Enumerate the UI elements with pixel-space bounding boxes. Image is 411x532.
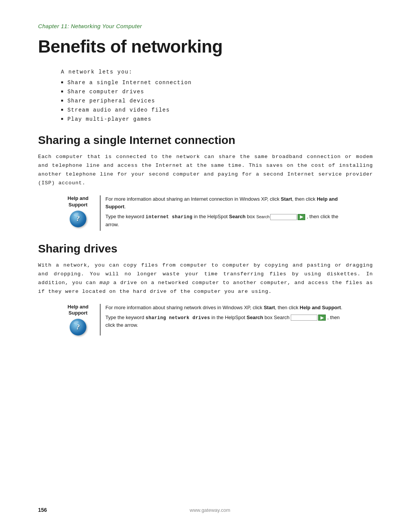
chapter-heading: Chapter 11: Networking Your Computer bbox=[38, 23, 373, 29]
help-icon-circle-2: ? bbox=[70, 319, 86, 335]
footer-url: www.gateway.com bbox=[190, 507, 230, 513]
search-input-fake-1[interactable] bbox=[270, 214, 297, 220]
help-content-2: For more information about sharing netwo… bbox=[105, 304, 350, 332]
intro-text: A network lets you: bbox=[61, 69, 373, 75]
help-box-1: Help and Support ? For more information … bbox=[61, 195, 350, 231]
help-icon-2: ? bbox=[76, 323, 80, 331]
search-inline-2: ▶ bbox=[291, 315, 326, 321]
list-item: Share a single Internet connection bbox=[61, 80, 373, 86]
help-label-2: Help andSupport ? bbox=[61, 304, 95, 336]
section1-body: Each computer that is connected to the n… bbox=[38, 153, 373, 188]
help-para-1b: Type the keyword internet sharing in the… bbox=[105, 213, 350, 228]
help-label-text-1: Help and Support bbox=[61, 195, 95, 208]
search-arrow-btn-2[interactable]: ▶ bbox=[318, 315, 326, 321]
bullet-list: Share a single Internet connection Share… bbox=[61, 80, 373, 122]
help-para-1a: For more information about sharing an In… bbox=[105, 195, 350, 211]
help-label-1: Help and Support ? bbox=[61, 195, 95, 227]
section2-title: Sharing drives bbox=[38, 242, 373, 255]
list-item: Share computer drives bbox=[61, 89, 373, 95]
help-para-2b: Type the keyword sharing network drives … bbox=[105, 314, 350, 329]
search-arrow-btn-1[interactable]: ▶ bbox=[298, 214, 305, 220]
help-content-1: For more information about sharing an In… bbox=[105, 195, 350, 231]
search-inline-1: Search ▶ bbox=[256, 214, 305, 220]
search-input-fake-2[interactable] bbox=[291, 315, 317, 321]
help-label-text-2: Help andSupport bbox=[68, 304, 89, 317]
page-number: 156 bbox=[38, 507, 47, 513]
help-icon-1: ? bbox=[76, 215, 80, 223]
list-item: Share peripheral devices bbox=[61, 98, 373, 104]
help-divider-2 bbox=[100, 304, 101, 336]
list-item: Stream audio and video files bbox=[61, 107, 373, 113]
section2-body: With a network, you can copy files from … bbox=[38, 261, 373, 296]
list-item: Play multi-player games bbox=[61, 116, 373, 122]
section1-title: Sharing a single Internet connection bbox=[38, 134, 373, 147]
page-footer: 156 www.gateway.com bbox=[38, 507, 373, 513]
help-box-2: Help andSupport ? For more information a… bbox=[61, 304, 350, 336]
help-icon-circle-1: ? bbox=[70, 211, 86, 227]
help-para-2a: For more information about sharing netwo… bbox=[105, 304, 350, 312]
help-divider-1 bbox=[100, 195, 101, 231]
page-title: Benefits of networking bbox=[38, 36, 373, 57]
